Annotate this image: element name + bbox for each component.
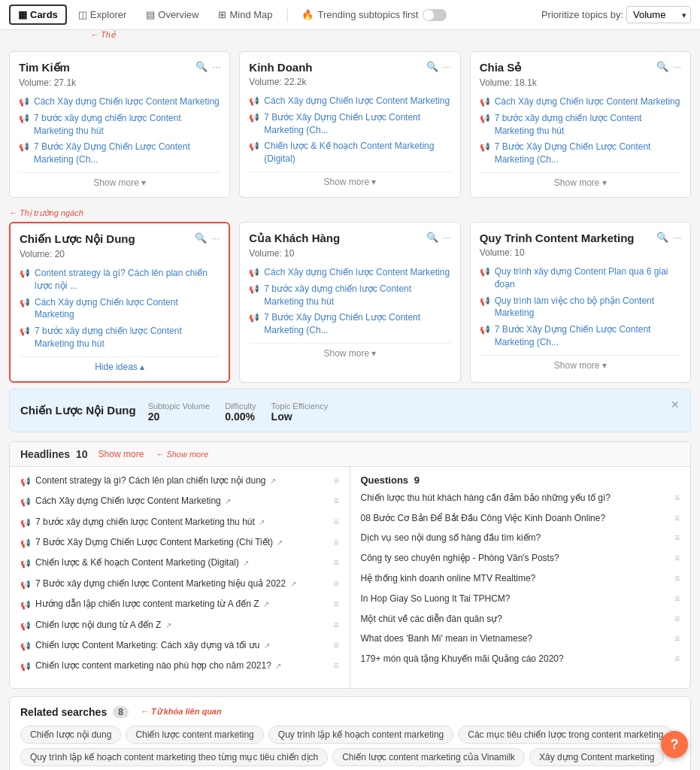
related-count-badge: 8 [113,706,129,718]
card-header: Của Khách Hàng 🔍 ··· [249,232,450,245]
annotation-tu-khoa: ← Từ khóa liên quan [141,707,222,717]
item-action-icon[interactable]: ≡ [333,619,338,632]
prioritize-select[interactable]: Volume Difficulty Efficiency [626,6,691,23]
list-item: 📢 7 Bước Xây Dựng Chiến Lược Content Mar… [480,141,681,166]
list-item: 📢 Cách Xây dựng Chiến lược Content Marke… [249,266,450,279]
card-items: 📢 Content strategy là gì? Cách lên plan … [20,267,220,350]
more-icon[interactable]: ··· [673,232,681,243]
external-link-icon[interactable]: ↗ [275,662,281,670]
card-items: 📢 Cách Xây dựng Chiến lược Content Marke… [480,95,681,166]
external-link-icon[interactable]: ↗ [263,600,269,608]
help-button[interactable]: ? [661,731,688,758]
item-action-icon[interactable]: ≡ [333,578,338,590]
related-search-tag[interactable]: Quy trình lập kế hoạch content marketing… [20,748,328,766]
show-more-btn[interactable]: Show more ▾ [249,343,450,359]
list-item: 📢 Chiến lược & Kế hoạch Content Marketin… [249,140,450,165]
item-action-icon[interactable]: ≡ [333,556,338,569]
card-actions[interactable]: 🔍 ··· [656,61,681,72]
headlines-label: Headlines 10 [20,448,88,460]
search-icon[interactable]: 🔍 [656,232,668,243]
external-link-icon[interactable]: ↗ [259,518,265,526]
search-icon[interactable]: 🔍 [426,232,438,243]
card-title: Chiến Lược Nội Dung [20,232,135,246]
questions-header: Questions 9 [361,474,680,486]
bullet-icon: 📢 [19,141,29,153]
external-link-icon[interactable]: ↗ [290,580,296,588]
external-link-icon[interactable]: ↗ [243,559,249,567]
card-header: Chia Sẻ 🔍 ··· [480,61,681,74]
trending-switch[interactable] [423,9,447,21]
card-quy-trinh: Quy Trinh Content Marketing 🔍 ··· Volume… [470,222,691,383]
more-icon[interactable]: ··· [211,232,220,244]
item-action-icon[interactable]: ≡ [674,532,680,544]
related-search-tag[interactable]: Chiến lược content marketing [126,726,263,744]
annotation-the: ← Thẻ [90,30,116,40]
bullet-icon: 📢 [20,558,31,569]
item-action-icon[interactable]: ≡ [674,552,680,565]
close-expanded-btn[interactable]: ✕ [671,399,680,411]
headlines-col: 📢 Content strategy là gì? Cách lên plan … [10,467,350,688]
item-action-icon[interactable]: ≡ [333,536,338,549]
search-icon[interactable]: 🔍 [426,61,438,72]
details-body: 📢 Content strategy là gì? Cách lên plan … [10,467,690,688]
item-action-icon[interactable]: ≡ [674,512,680,525]
list-item: 📢 7 Bước Xây Dựng Chiến Lược Content Mar… [19,141,220,166]
external-link-icon[interactable]: ↗ [165,621,171,629]
item-action-icon[interactable]: ≡ [674,653,680,665]
bullet-icon: 📢 [19,113,29,124]
card-header: Chiến Lược Nội Dung 🔍 ··· [20,232,220,246]
card-actions[interactable]: 🔍 ··· [195,232,220,244]
related-search-tag[interactable]: Chiến lược nội dung [20,726,121,744]
item-action-icon[interactable]: ≡ [333,598,338,611]
search-icon[interactable]: 🔍 [195,232,207,244]
show-more-btn[interactable]: Show more ▾ [480,172,681,188]
list-item: 📢 7 bước xây dựng chiến lược Content Mar… [20,516,339,529]
item-action-icon[interactable]: ≡ [333,516,338,529]
cards-icon: ▦ [18,9,27,20]
item-action-icon[interactable]: ≡ [674,613,680,626]
external-link-icon[interactable]: ↗ [270,477,276,485]
item-action-icon[interactable]: ≡ [333,474,338,487]
external-link-icon[interactable]: ↗ [225,497,231,505]
card-actions[interactable]: 🔍 ··· [426,61,451,72]
card-actions[interactable]: 🔍 ··· [656,232,681,243]
tab-explorer[interactable]: ◫ Explorer [70,5,135,24]
bullet-icon: 📢 [19,96,29,108]
item-action-icon[interactable]: ≡ [333,659,338,672]
show-more-btn[interactable]: Show more ▾ [249,171,450,187]
item-action-icon[interactable]: ≡ [674,593,680,605]
list-item: 179+ món quà tặng Khuyến mãi Quảng cáo 2… [361,653,680,665]
list-item: 📢 Content strategy là gì? Cách lên plan … [20,474,339,487]
tab-overview[interactable]: ▤ Overview [138,5,207,24]
item-action-icon[interactable]: ≡ [674,572,680,585]
bullet-icon: 📢 [20,476,31,487]
search-icon[interactable]: 🔍 [656,61,668,72]
more-icon[interactable]: ··· [212,61,220,72]
expanded-card-title: Chiến Lược Nội Dung [20,404,136,417]
card-title: Quy Trinh Content Marketing [480,232,635,244]
search-icon[interactable]: 🔍 [195,61,208,72]
tab-mindmap[interactable]: ⊞ Mind Map [210,5,280,24]
show-more-btn[interactable]: Show more ▾ [19,172,220,188]
external-link-icon[interactable]: ↗ [264,641,270,650]
card-actions[interactable]: 🔍 ··· [426,232,451,243]
related-search-tag[interactable]: Xây dựng Content marketing [529,748,664,766]
item-action-icon[interactable]: ≡ [333,495,338,508]
show-more-btn[interactable]: Show more ▾ [480,355,681,371]
list-item: 📢 7 bước xây dựng chiến lược Content Mar… [20,325,220,350]
related-search-tag[interactable]: Các mục tiêu chiến lược trong content ma… [458,726,673,744]
related-search-tag[interactable]: Quy trình lập kế hoạch content marketing [268,726,453,744]
tab-cards[interactable]: ▦ Cards [9,5,67,25]
more-icon[interactable]: ··· [443,61,451,72]
card-actions[interactable]: 🔍 ··· [195,61,220,72]
show-more-headlines[interactable]: Show more [98,449,144,459]
related-search-tag[interactable]: Chiến lược content marketing của Vinamil… [332,748,525,766]
list-item: What does 'Banh Mi' mean in Vietnamese? … [361,632,680,645]
external-link-icon[interactable]: ↗ [277,538,283,547]
more-icon[interactable]: ··· [443,232,451,243]
item-action-icon[interactable]: ≡ [333,639,338,652]
item-action-icon[interactable]: ≡ [674,492,680,505]
item-action-icon[interactable]: ≡ [674,632,680,645]
hide-ideas-btn[interactable]: Hide ideas ▴ [20,356,220,372]
more-icon[interactable]: ··· [673,61,681,72]
